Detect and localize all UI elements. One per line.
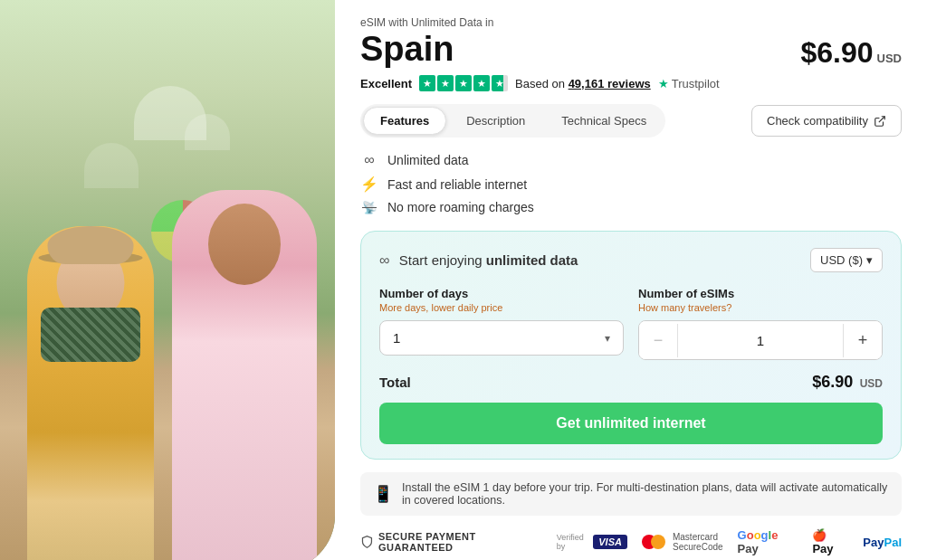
mastercard-payment: MastercardSecureCode [642, 532, 723, 552]
lightning-icon: ⚡ [360, 176, 378, 193]
shield-icon [360, 535, 374, 549]
features-list: ∞ Unlimited data ⚡ Fast and reliable int… [360, 152, 902, 214]
paypal-payment: PayPal [863, 536, 902, 549]
star-1: ★ [419, 75, 435, 91]
booking-card-header: ∞ Start enjoying unlimited data USD ($) … [379, 248, 883, 272]
decrement-esim-button[interactable]: − [639, 321, 677, 359]
total-price-block: $6.90 USD [812, 373, 883, 392]
price-block: $6.90 USD [800, 36, 902, 70]
content-panel: eSIM with Unlimited Data in Spain $6.90 … [335, 0, 927, 560]
stars: ★ ★ ★ ★ ★ [419, 75, 508, 91]
currency-chevron: ▾ [866, 253, 873, 267]
applepay-label: 🍎 Pay [812, 528, 848, 555]
booking-infinity-icon: ∞ [379, 252, 389, 268]
trustpilot: ★ Trustpilot [658, 77, 720, 90]
info-banner-text: Install the eSIM 1 day before your trip.… [402, 481, 889, 507]
days-label: Number of days [379, 287, 624, 300]
tab-features[interactable]: Features [363, 107, 446, 135]
visa-badge: VISA [593, 535, 627, 549]
rating-label: Excellent [360, 77, 412, 90]
payment-row: SECURE PAYMENT GUARANTEED Verified by VI… [360, 528, 902, 555]
svg-line-0 [879, 116, 884, 121]
currency-selector[interactable]: USD ($) ▾ [810, 248, 883, 272]
feature-fast-internet: ⚡ Fast and reliable internet [360, 176, 902, 193]
visa-payment: Verified by VISA [557, 533, 627, 551]
booking-card-title: ∞ Start enjoying unlimited data [379, 252, 578, 269]
secure-payment-badge: SECURE PAYMENT GUARANTEED [360, 531, 542, 553]
check-compatibility-button[interactable]: Check compatibility [751, 105, 902, 137]
star-2: ★ [437, 75, 454, 91]
price-value: $6.90 [800, 36, 873, 70]
rating-row: Excellent ★ ★ ★ ★ ★ Based on 49,161 revi… [360, 75, 902, 91]
increment-esim-button[interactable]: + [844, 321, 882, 359]
secure-label: SECURE PAYMENT GUARANTEED [378, 531, 542, 553]
feature-no-roaming: 📡 No more roaming charges [360, 200, 902, 214]
esims-sublabel: How many travelers? [638, 302, 883, 313]
currency-label: USD ($) [820, 253, 863, 267]
tab-technical-specs[interactable]: Technical Specs [545, 107, 663, 135]
days-chevron-icon: ▾ [605, 332, 610, 345]
reviews-link[interactable]: 49,161 reviews [569, 77, 651, 90]
total-row: Total $6.90 USD [379, 373, 883, 392]
country-title: Spain [360, 31, 454, 69]
esims-selector-group: Number of eSIMs How many travelers? − 1 … [638, 287, 883, 360]
hero-image-panel [0, 0, 335, 560]
feature-text-3: No more roaming charges [387, 200, 534, 214]
verified-by-text: Verified by [557, 533, 589, 551]
booking-title-text: Start enjoying unlimited data [399, 252, 578, 268]
esims-label: Number of eSIMs [638, 287, 883, 300]
trustpilot-label: Trustpilot [672, 77, 720, 90]
total-currency: USD [860, 377, 883, 390]
esim-info-icon: 📱 [373, 484, 393, 504]
mastercard-text: MastercardSecureCode [673, 532, 723, 552]
tab-description[interactable]: Description [450, 107, 541, 135]
paypal-label: PayPal [863, 536, 902, 549]
feature-text-1: Unlimited data [387, 153, 469, 167]
gpay-label: Google Pay [738, 528, 798, 555]
esim-label: eSIM with Unlimited Data in [360, 16, 902, 29]
reviews-text: Based on 49,161 reviews [515, 77, 651, 90]
star-4: ★ [473, 75, 490, 91]
tabs: Features Description Technical Specs [360, 104, 665, 138]
days-selector-group: Number of days More days, lower daily pr… [379, 287, 624, 360]
star-3: ★ [455, 75, 472, 91]
header-row: Spain $6.90 USD [360, 31, 902, 70]
feature-text-2: Fast and reliable internet [387, 177, 527, 192]
days-sublabel: More days, lower daily price [379, 302, 624, 313]
no-roaming-icon: 📡 [360, 201, 378, 214]
total-price-value: $6.90 [812, 373, 853, 391]
trustpilot-star: ★ [658, 77, 669, 90]
gpay-payment: Google Pay [738, 528, 798, 555]
price-currency: USD [877, 52, 902, 65]
star-5: ★ [492, 75, 508, 91]
esim-counter: − 1 + [638, 320, 883, 360]
infinity-icon: ∞ [360, 152, 378, 168]
days-value: 1 [393, 330, 400, 346]
total-label: Total [379, 375, 411, 390]
booking-card: ∞ Start enjoying unlimited data USD ($) … [360, 231, 902, 460]
info-banner: 📱 Install the eSIM 1 day before your tri… [360, 472, 902, 516]
get-unlimited-internet-button[interactable]: Get unlimited internet [379, 403, 883, 444]
feature-unlimited-data: ∞ Unlimited data [360, 152, 902, 168]
selectors-row: Number of days More days, lower daily pr… [379, 287, 883, 360]
check-compat-label: Check compatibility [767, 114, 868, 128]
applepay-payment: 🍎 Pay [812, 528, 848, 555]
days-select[interactable]: 1 ▾ [379, 320, 624, 356]
mastercard-icon [642, 535, 665, 549]
tabs-row: Features Description Technical Specs Che… [360, 104, 902, 138]
esim-count-value: 1 [677, 324, 844, 357]
external-link-icon [874, 115, 886, 128]
